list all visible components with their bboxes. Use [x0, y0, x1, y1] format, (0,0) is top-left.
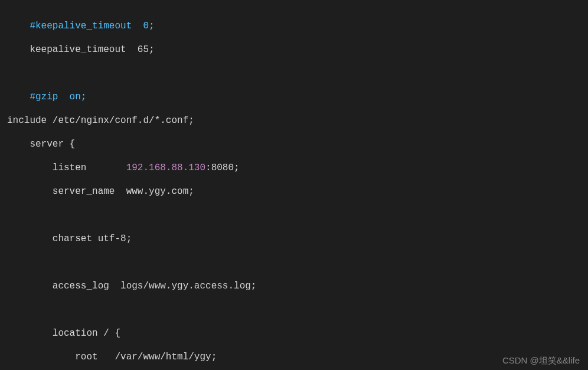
- code-text: :8080;: [205, 163, 240, 173]
- code-line: [7, 67, 581, 79]
- code-line: [7, 304, 581, 316]
- code-line: server {: [7, 138, 581, 150]
- code-line: [7, 209, 581, 221]
- code-line: root /var/www/html/ygy;: [7, 351, 581, 363]
- code-line: location / {: [7, 327, 581, 339]
- code-line: [7, 257, 581, 268]
- code-line: access_log logs/www.ygy.access.log;: [7, 280, 581, 292]
- code-line: include /etc/nginx/conf.d/*.conf;: [7, 115, 581, 126]
- watermark-text: CSDN @坦笑&&life: [502, 355, 580, 366]
- code-text: listen: [7, 163, 126, 173]
- code-line: #keepalive_timeout 0;: [7, 20, 581, 32]
- ip-address: 192.168.88.130: [126, 163, 205, 173]
- code-line: keepalive_timeout 65;: [7, 44, 581, 56]
- code-line: listen 192.168.88.130:8080;: [7, 162, 581, 174]
- code-line: #gzip on;: [7, 91, 581, 103]
- code-block: #keepalive_timeout 0; keepalive_timeout …: [0, 0, 588, 370]
- code-line: server_name www.ygy.com;: [7, 186, 581, 197]
- code-line: charset utf-8;: [7, 233, 581, 245]
